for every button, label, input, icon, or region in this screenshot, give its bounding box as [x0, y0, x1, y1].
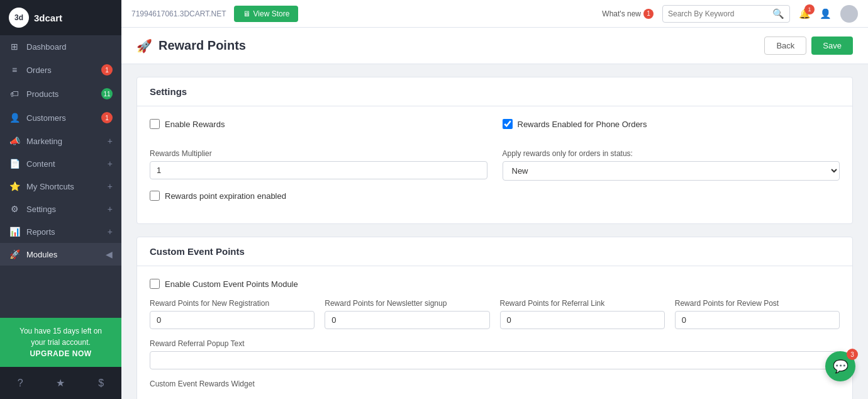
sidebar-item-label: Settings	[26, 205, 56, 214]
referral-input[interactable]	[500, 311, 665, 329]
field-review: Reward Points for Review Post	[675, 299, 840, 329]
page-header: 🚀 Reward Points Back Save	[121, 28, 868, 64]
settings-expand-icon: +	[108, 204, 113, 214]
rewards-phone-checkbox[interactable]	[503, 119, 513, 129]
sidebar-item-customers[interactable]: 👤 Customers 1	[0, 106, 121, 130]
help-button[interactable]: ?	[0, 373, 40, 393]
dollar-button[interactable]: $	[81, 373, 121, 393]
view-store-button[interactable]: 🖥 View Store	[234, 6, 299, 22]
multiplier-col: Rewards Multiplier	[150, 149, 487, 179]
user-icon[interactable]: 👤	[820, 8, 832, 20]
newsletter-input[interactable]	[325, 311, 489, 329]
view-store-label: View Store	[253, 9, 290, 18]
custom-fields-row: Reward Points for New Registration Rewar…	[150, 299, 840, 329]
sidebar-item-label: Products	[26, 89, 58, 99]
chat-button[interactable]: 💬 3	[825, 351, 855, 381]
enable-rewards-checkbox[interactable]	[150, 119, 160, 129]
rewards-phone-label: Rewards Enabled for Phone Orders	[518, 120, 647, 129]
enable-custom-checkbox[interactable]	[150, 279, 160, 289]
enable-rewards-label: Enable Rewards	[165, 120, 225, 129]
multiplier-label: Rewards Multiplier	[150, 149, 487, 158]
settings-icon: ⚙	[9, 204, 20, 214]
user-avatar[interactable]	[840, 5, 858, 23]
review-input[interactable]	[675, 311, 840, 329]
referral-popup-label: Reward Referral Popup Text	[150, 339, 840, 348]
sidebar-item-label: Customers	[26, 113, 66, 123]
expiration-row: Rewards point expiration enabled	[150, 191, 840, 201]
content-expand-icon: +	[108, 159, 113, 169]
search-icon[interactable]: 🔍	[772, 8, 784, 20]
expiration-checkbox[interactable]	[150, 191, 160, 201]
sidebar-item-my-shortcuts[interactable]: ⭐ My Shortcuts +	[0, 175, 121, 198]
custom-events-body: Enable Custom Event Points Module Reward…	[137, 266, 852, 399]
newsletter-label: Reward Points for Newsletter signup	[325, 299, 489, 308]
shortcuts-expand-icon: +	[108, 181, 113, 191]
sidebar-item-orders[interactable]: ≡ Orders 1	[0, 58, 121, 82]
shortcuts-icon: ⭐	[9, 181, 20, 191]
topbar-right: What's new 1 🔍 🔔 1 👤	[602, 5, 858, 23]
reports-expand-icon: +	[108, 227, 113, 237]
marketing-icon: 📣	[9, 136, 20, 146]
new-registration-label: Reward Points for New Registration	[150, 299, 314, 308]
save-button[interactable]: Save	[811, 37, 853, 55]
enable-rewards-row: Enable Rewards	[150, 119, 487, 129]
field-referral: Reward Points for Referral Link	[500, 299, 665, 329]
sidebar-header: 3d 3dcart	[0, 0, 121, 35]
sidebar-item-modules[interactable]: 🚀 Modules ◀	[0, 243, 121, 266]
enable-custom-row: Enable Custom Event Points Module	[150, 279, 840, 289]
modules-icon: 🚀	[9, 249, 20, 259]
trial-line2: your trial account.	[6, 337, 115, 348]
upgrade-link[interactable]: UPGRADE NOW	[6, 348, 115, 359]
referral-popup-input[interactable]: 10% Discount on your first order, Enter …	[150, 351, 840, 369]
dashboard-icon: ⊞	[9, 42, 20, 52]
search-box: 🔍	[662, 5, 790, 23]
referral-popup-section: Reward Referral Popup Text 10% Discount …	[150, 339, 840, 369]
expiration-label: Rewards point expiration enabled	[165, 191, 286, 201]
referral-label: Reward Points for Referral Link	[500, 299, 665, 308]
content-icon: 📄	[9, 159, 20, 169]
store-url: 71994617061.3DCART.NET	[131, 9, 226, 18]
apply-rewards-select[interactable]: New Processing Shipped Completed	[503, 161, 840, 181]
modules-expand-icon: ◀	[106, 249, 113, 259]
settings-section-title: Settings	[137, 77, 852, 106]
page-actions: Back Save	[764, 37, 853, 55]
sidebar-item-dashboard[interactable]: ⊞ Dashboard	[0, 35, 121, 58]
form-row-2: Rewards Multiplier Apply rewards only fo…	[150, 149, 840, 181]
search-input[interactable]	[668, 9, 769, 18]
products-badge: 11	[101, 88, 113, 99]
multiplier-input[interactable]	[150, 161, 487, 179]
view-store-icon: 🖥	[243, 9, 250, 18]
marketing-expand-icon: +	[108, 136, 113, 146]
customers-icon: 👤	[9, 113, 20, 123]
widget-label: Custom Event Rewards Widget	[150, 379, 840, 388]
sidebar-item-content[interactable]: 📄 Content +	[0, 152, 121, 175]
whats-new-badge: 1	[643, 9, 654, 19]
sidebar-item-label: Orders	[26, 65, 52, 75]
sidebar-item-label: Dashboard	[26, 42, 67, 52]
whats-new-button[interactable]: What's new 1	[602, 9, 654, 19]
sidebar-item-label: My Shortcuts	[26, 182, 74, 191]
trial-banner: You have 15 days left on your trial acco…	[0, 318, 121, 367]
notifications-badge: 1	[804, 4, 815, 14]
sidebar-item-settings[interactable]: ⚙ Settings +	[0, 198, 121, 220]
field-newsletter: Reward Points for Newsletter signup	[325, 299, 489, 329]
sidebar-item-reports[interactable]: 📊 Reports +	[0, 220, 121, 243]
sidebar-item-products[interactable]: 🏷 Products 11	[0, 82, 121, 106]
apply-rewards-label: Apply rewards only for orders in status:	[503, 149, 840, 158]
chat-icon: 💬	[833, 359, 849, 374]
favorites-button[interactable]: ★	[40, 373, 81, 393]
topbar: 71994617061.3DCART.NET 🖥 View Store What…	[121, 0, 868, 28]
orders-icon: ≡	[9, 65, 20, 75]
products-icon: 🏷	[9, 89, 20, 99]
rewards-phone-col: Rewards Enabled for Phone Orders	[503, 119, 840, 139]
sidebar-logo-text: 3dcart	[34, 13, 62, 23]
sidebar-item-marketing[interactable]: 📣 Marketing +	[0, 130, 121, 152]
enable-custom-label: Enable Custom Event Points Module	[165, 279, 298, 289]
rewards-phone-row: Rewards Enabled for Phone Orders	[503, 119, 840, 129]
back-button[interactable]: Back	[764, 37, 806, 55]
settings-section-body: Enable Rewards Rewards Enabled for Phone…	[137, 106, 852, 223]
sidebar-item-label: Content	[26, 159, 55, 169]
new-registration-input[interactable]	[150, 311, 314, 329]
custom-events-title: Custom Event Points	[137, 237, 852, 266]
content-area: Settings Enable Rewards Rewards Enabled …	[121, 64, 868, 399]
